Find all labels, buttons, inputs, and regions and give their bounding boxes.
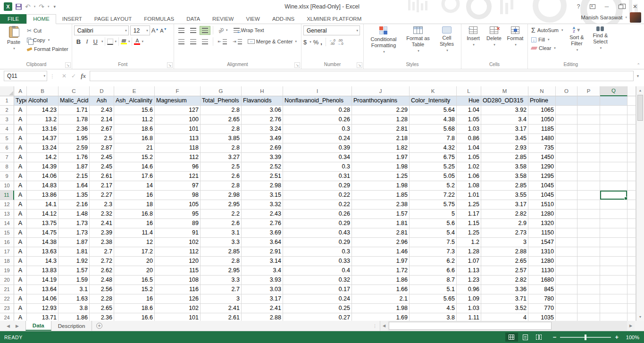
cell-Q5[interactable]	[600, 134, 627, 143]
cell-B7[interactable]: 14.2	[27, 153, 59, 162]
ribbon-tab-page-layout[interactable]: PAGE LAYOUT	[88, 15, 138, 24]
conditional-formatting-button[interactable]: Conditional Formatting▾	[366, 25, 401, 56]
cell-P23[interactable]	[577, 304, 600, 313]
cell-B22[interactable]: 14.06	[27, 294, 59, 304]
ribbon-tab-review[interactable]: REVIEW	[206, 15, 240, 24]
cell-G21[interactable]: 2.7	[201, 285, 242, 294]
font-color-icon[interactable]: A	[134, 38, 140, 45]
column-header-F[interactable]: F	[155, 86, 201, 96]
row-header-16[interactable]: 16	[0, 238, 14, 247]
formula-input[interactable]	[90, 71, 634, 81]
cell-J12[interactable]: 2.38	[352, 200, 410, 209]
cell-P19[interactable]	[577, 266, 600, 276]
cell-O14[interactable]	[556, 219, 577, 228]
cell-P17[interactable]	[577, 247, 600, 257]
cell-A5[interactable]: A	[14, 134, 27, 143]
cell-D5[interactable]: 2.5	[90, 134, 114, 143]
cell-P9[interactable]	[577, 172, 600, 181]
shrink-font-button[interactable]: A▼	[160, 27, 167, 33]
row-header-9[interactable]: 9	[0, 172, 14, 181]
cell-G3[interactable]: 2.65	[201, 115, 242, 125]
horizontal-scrollbar[interactable]: ◀ ▶	[380, 321, 635, 331]
insert-function-icon[interactable]: fx	[81, 72, 86, 80]
cell-D23[interactable]: 2.65	[90, 304, 114, 313]
cell-Q2[interactable]	[600, 106, 627, 115]
cell-B12[interactable]: 14.1	[27, 200, 59, 209]
cell-M8[interactable]: 3.58	[481, 162, 528, 172]
cell-M22[interactable]: 3.71	[481, 294, 528, 304]
cell-F23[interactable]: 102	[155, 304, 201, 313]
font-dialog-launcher-icon[interactable]: ↘	[167, 62, 173, 68]
cell-B20[interactable]: 14.19	[27, 276, 59, 285]
cell-B18[interactable]: 14.3	[27, 257, 59, 266]
cell-B2[interactable]: 14.23	[27, 106, 59, 115]
row-header-3[interactable]: 3	[0, 115, 14, 125]
cell-B3[interactable]: 13.2	[27, 115, 59, 125]
cell-L2[interactable]: 1.04	[457, 106, 481, 115]
cell-I4[interactable]: 0.3	[283, 125, 352, 134]
cell-A20[interactable]: A	[14, 276, 27, 285]
cell-D21[interactable]: 2.56	[90, 285, 114, 294]
cell-B9[interactable]: 14.06	[27, 172, 59, 181]
cell-F18[interactable]: 120	[155, 257, 201, 266]
cell-Q22[interactable]	[600, 294, 627, 304]
ribbon-tab-home[interactable]: HOME	[26, 14, 56, 24]
cell-E7[interactable]: 15.2	[114, 153, 155, 162]
row-header-20[interactable]: 20	[0, 276, 14, 285]
ribbon-tab-file[interactable]: FILE	[0, 14, 26, 24]
cell-K6[interactable]: 4.32	[410, 143, 457, 153]
cell-J7[interactable]: 1.97	[352, 153, 410, 162]
cell-A21[interactable]: A	[14, 285, 27, 294]
cell-O5[interactable]	[556, 134, 577, 143]
cell-G20[interactable]: 3.3	[201, 276, 242, 285]
cell-F12[interactable]: 105	[155, 200, 201, 209]
cell-P1[interactable]	[577, 96, 600, 106]
cell-C18[interactable]: 1.92	[59, 257, 90, 266]
cell-G15[interactable]: 3.1	[201, 228, 242, 238]
cut-button[interactable]: ✂Cut	[25, 26, 70, 35]
cell-H6[interactable]: 2.69	[242, 143, 283, 153]
cell-I9[interactable]: 0.31	[283, 172, 352, 181]
align-right-button[interactable]	[200, 37, 210, 46]
fill-button[interactable]: ↓Fill▾	[530, 36, 564, 43]
cell-C20[interactable]: 1.59	[59, 276, 90, 285]
scroll-left-icon[interactable]: ◀	[380, 324, 388, 328]
clear-button[interactable]: Clear▾	[530, 44, 564, 52]
cell-K13[interactable]: 5	[410, 209, 457, 219]
cell-Q6[interactable]	[600, 143, 627, 153]
ribbon-tab-formulas[interactable]: FORMULAS	[138, 15, 180, 24]
tab-scrollbar-splitter[interactable]: ⋮	[370, 321, 380, 331]
cell-B13[interactable]: 14.12	[27, 209, 59, 219]
row-header-24[interactable]: 24	[0, 313, 14, 321]
scroll-up-icon[interactable]: ▲	[636, 86, 644, 94]
cell-P7[interactable]	[577, 153, 600, 162]
cell-L6[interactable]: 1.04	[457, 143, 481, 153]
comma-button[interactable]: ,	[320, 39, 322, 46]
cell-E23[interactable]: 18.6	[114, 304, 155, 313]
cell-A10[interactable]: A	[14, 181, 27, 191]
cell-D12[interactable]: 2.3	[90, 200, 114, 209]
cell-N6[interactable]: 735	[528, 143, 556, 153]
cell-M6[interactable]: 2.93	[481, 143, 528, 153]
cell-Q9[interactable]	[600, 172, 627, 181]
cell-C19[interactable]: 1.57	[59, 266, 90, 276]
cell-J24[interactable]: 1.69	[352, 313, 410, 321]
cell-H1[interactable]: Flavanoids	[242, 96, 283, 106]
column-header-C[interactable]: C	[59, 86, 90, 96]
cell-I6[interactable]: 0.39	[283, 143, 352, 153]
cell-N11[interactable]: 1045	[528, 191, 556, 200]
cell-C4[interactable]: 2.36	[59, 125, 90, 134]
cell-B8[interactable]: 14.39	[27, 162, 59, 172]
cell-K20[interactable]: 8.7	[410, 276, 457, 285]
font-color-dropdown-icon[interactable]: ▾	[142, 40, 143, 43]
cell-E4[interactable]: 18.6	[114, 125, 155, 134]
ribbon-tab-view[interactable]: VIEW	[240, 15, 266, 24]
cell-F17[interactable]: 112	[155, 247, 201, 257]
cell-B24[interactable]: 13.71	[27, 313, 59, 321]
cell-A11[interactable]: A	[14, 191, 27, 200]
cell-B6[interactable]: 13.24	[27, 143, 59, 153]
cell-G9[interactable]: 2.6	[201, 172, 242, 181]
cell-J17[interactable]: 1.46	[352, 247, 410, 257]
cell-Q19[interactable]	[600, 266, 627, 276]
cell-N4[interactable]: 1185	[528, 125, 556, 134]
